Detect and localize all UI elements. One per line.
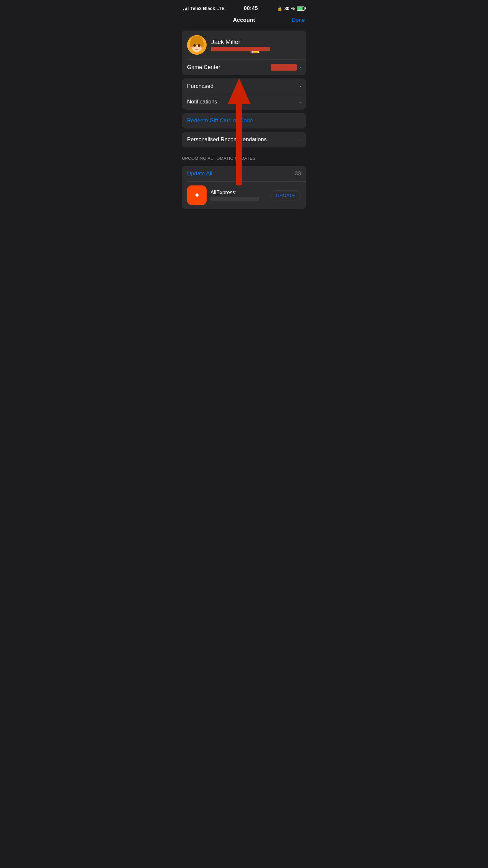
svg-point-9 xyxy=(192,47,194,48)
update-all-label: Update All xyxy=(187,170,212,177)
profile-email-redacted xyxy=(211,47,270,52)
carrier-label: Tele2 Black xyxy=(190,6,215,11)
done-button[interactable]: Done xyxy=(292,17,305,24)
status-bar: Tele2 Black LTE 00:45 🔒 80 % xyxy=(177,0,311,14)
status-time: 00:45 xyxy=(244,5,258,11)
update-all-row[interactable]: Update All 33 xyxy=(182,166,306,182)
signal-bar-4 xyxy=(188,6,189,10)
purchased-notifications-section: Purchased › Notifications › xyxy=(182,79,306,110)
avatar xyxy=(187,35,207,55)
personalised-chevron: › xyxy=(299,137,301,142)
battery-percent-label: 80 % xyxy=(284,6,295,11)
game-center-row[interactable]: Game Center › xyxy=(182,60,306,75)
purchased-chevron: › xyxy=(299,83,301,89)
svg-point-4 xyxy=(200,41,204,48)
game-center-chevron: › xyxy=(299,64,301,70)
aliexpress-name: AliExpress: xyxy=(211,190,267,195)
redeem-section: Redeem Gift Card or Code xyxy=(182,113,306,128)
profile-info: Jack Miller xyxy=(211,38,301,52)
battery-container xyxy=(297,6,305,11)
profile-section: Jack Miller Game Center › xyxy=(182,31,306,75)
update-all-count: 33 xyxy=(295,170,301,177)
status-right: 🔒 80 % xyxy=(277,6,305,11)
signal-bar-2 xyxy=(185,8,186,10)
aliexpress-update-button[interactable]: UPDATE xyxy=(270,190,301,200)
upcoming-updates-label: UPCOMING AUTOMATIC UPDATES xyxy=(177,151,311,163)
personalised-row[interactable]: Personalised Recommendations › xyxy=(182,132,306,147)
svg-point-7 xyxy=(194,44,195,46)
battery-icon xyxy=(297,6,305,11)
aliexpress-icon: ✦ xyxy=(187,185,207,205)
battery-fill xyxy=(297,7,303,10)
signal-bar-1 xyxy=(183,9,184,10)
redeem-row[interactable]: Redeem Gift Card or Code xyxy=(182,113,306,128)
avatar-image xyxy=(187,35,207,55)
purchased-label: Purchased xyxy=(187,83,213,90)
game-center-right: › xyxy=(271,64,301,71)
notifications-chevron: › xyxy=(299,99,301,104)
nav-bar: Account Done xyxy=(177,14,311,27)
update-all-section: Update All 33 ✦ AliExpress: UPDATE xyxy=(182,166,306,209)
network-type-label: LTE xyxy=(216,6,224,11)
profile-row[interactable]: Jack Miller xyxy=(182,31,306,59)
svg-point-8 xyxy=(199,44,200,46)
svg-point-10 xyxy=(200,47,202,48)
profile-name: Jack Miller xyxy=(211,38,301,45)
status-left: Tele2 Black LTE xyxy=(183,6,224,11)
aliexpress-info: AliExpress: xyxy=(211,190,267,201)
personalised-section: Personalised Recommendations › xyxy=(182,132,306,147)
notifications-label: Notifications xyxy=(187,99,217,105)
signal-bar-3 xyxy=(186,7,187,10)
page-wrapper: Tele2 Black LTE 00:45 🔒 80 % Account Don… xyxy=(177,0,311,209)
lock-icon: 🔒 xyxy=(277,6,282,11)
notifications-row[interactable]: Notifications › xyxy=(182,94,306,110)
redeem-label: Redeem Gift Card or Code xyxy=(187,118,253,124)
personalised-label: Personalised Recommendations xyxy=(187,136,267,143)
svg-point-3 xyxy=(190,41,193,48)
nav-title: Account xyxy=(233,17,255,24)
svg-text:✦: ✦ xyxy=(194,191,200,199)
signal-bars xyxy=(183,6,189,10)
game-center-label: Game Center xyxy=(187,64,220,71)
aliexpress-row: ✦ AliExpress: UPDATE xyxy=(182,182,306,209)
purchased-row[interactable]: Purchased › xyxy=(182,79,306,94)
game-center-redacted xyxy=(271,64,297,71)
aliexpress-subtitle-redacted xyxy=(211,197,259,201)
